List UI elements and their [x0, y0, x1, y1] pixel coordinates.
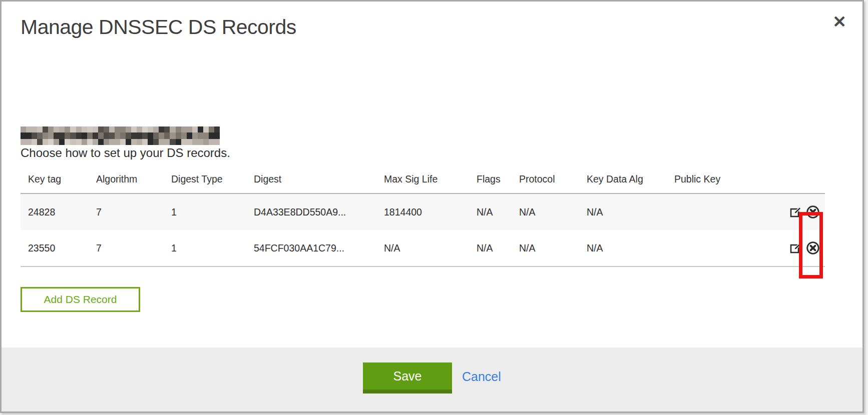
- redaction-pixel: [126, 126, 131, 132]
- redaction-pixel: [192, 139, 198, 145]
- redaction-pixel: [131, 139, 137, 145]
- redaction-pixel: [176, 132, 181, 138]
- redaction-pixel: [148, 126, 153, 132]
- redaction-pixel: [76, 139, 82, 145]
- redaction-pixel: [209, 132, 214, 138]
- setup-instruction-text: Choose how to set up your DS records.: [21, 146, 230, 160]
- redaction-pixel: [104, 139, 109, 145]
- redaction-pixel: [153, 132, 159, 138]
- add-ds-record-button[interactable]: Add DS Record: [21, 287, 140, 312]
- redaction-pixel: [82, 126, 87, 132]
- redaction-pixel: [32, 139, 37, 145]
- redaction-pixel: [164, 139, 170, 145]
- redaction-pixel: [37, 126, 43, 132]
- redaction-pixel: [82, 132, 87, 138]
- redaction-pixel: [21, 126, 26, 132]
- redaction-pixel: [187, 126, 192, 132]
- cell-key-tag: 23550: [21, 230, 89, 266]
- redaction-pixel: [198, 126, 203, 132]
- redaction-pixel: [148, 132, 153, 138]
- redaction-pixel: [214, 139, 220, 145]
- redaction-pixel: [65, 139, 70, 145]
- delete-record-icon[interactable]: [806, 205, 820, 219]
- column-header-digest-type: Digest Type: [164, 166, 246, 194]
- column-header-flags: Flags: [469, 166, 512, 194]
- redaction-pixel: [126, 139, 131, 145]
- redaction-pixel: [54, 132, 59, 138]
- dialog-footer: Save Cancel: [2, 348, 862, 412]
- redaction-pixel: [43, 139, 48, 145]
- redaction-pixel: [176, 139, 181, 145]
- redaction-pixel: [198, 132, 203, 138]
- redaction-pixel: [209, 126, 214, 132]
- edit-record-icon[interactable]: [789, 206, 802, 218]
- redaction-pixel: [142, 132, 148, 138]
- redaction-pixel: [126, 132, 131, 138]
- redaction-pixel: [70, 132, 76, 138]
- redaction-pixel: [26, 126, 32, 132]
- redaction-pixel: [87, 132, 93, 138]
- table-row: 23550 7 1 54FCF030AA1C79... N/A N/A N/A …: [21, 230, 825, 266]
- redaction-pixel: [82, 139, 87, 145]
- redaction-pixel: [115, 139, 120, 145]
- redaction-pixel: [54, 126, 59, 132]
- cell-flags: N/A: [469, 194, 512, 230]
- redaction-pixel: [54, 139, 59, 145]
- redaction-pixel: [59, 132, 65, 138]
- redaction-pixel: [76, 126, 82, 132]
- edit-record-icon[interactable]: [789, 242, 802, 254]
- ds-records-table: Key tagAlgorithmDigest TypeDigestMax Sig…: [21, 166, 825, 267]
- redaction-pixel: [120, 126, 126, 132]
- redaction-pixel: [32, 126, 37, 132]
- redaction-pixel: [209, 139, 214, 145]
- cell-digest-type: 1: [164, 194, 246, 230]
- redaction-pixel: [32, 132, 37, 138]
- redaction-pixel: [59, 126, 65, 132]
- cell-key-data-alg: N/A: [579, 230, 667, 266]
- cell-algorithm: 7: [89, 230, 164, 266]
- delete-record-icon[interactable]: [806, 241, 820, 255]
- redaction-pixel: [203, 139, 209, 145]
- redaction-pixel: [43, 132, 48, 138]
- cell-digest: 54FCF030AA1C79...: [246, 230, 376, 266]
- redaction-pixel: [170, 139, 175, 145]
- cell-protocol: N/A: [512, 194, 579, 230]
- redaction-pixel: [159, 126, 164, 132]
- redaction-pixel: [48, 126, 54, 132]
- redaction-pixel: [131, 132, 137, 138]
- redaction-pixel: [181, 126, 187, 132]
- redaction-pixel: [153, 126, 159, 132]
- redaction-pixel: [164, 132, 170, 138]
- cell-algorithm: 7: [89, 194, 164, 230]
- redaction-pixel: [109, 139, 115, 145]
- redaction-pixel: [21, 132, 26, 138]
- redaction-pixel: [153, 139, 159, 145]
- redaction-pixel: [187, 139, 192, 145]
- redaction-pixel: [87, 139, 93, 145]
- redaction-pixel: [109, 126, 115, 132]
- dnssec-ds-records-dialog: Manage DNSSEC DS Records ✕ Choose how to…: [0, 0, 864, 413]
- cell-max-sig-life: N/A: [376, 230, 469, 266]
- redaction-pixel: [214, 132, 220, 138]
- column-header-max-sig-life: Max Sig Life: [376, 166, 469, 194]
- redaction-pixel: [48, 132, 54, 138]
- close-icon[interactable]: ✕: [832, 14, 846, 30]
- cell-key-tag: 24828: [21, 194, 89, 230]
- column-header-key-tag: Key tag: [21, 166, 89, 194]
- redaction-pixel: [170, 132, 175, 138]
- column-header-algorithm: Algorithm: [89, 166, 164, 194]
- redaction-pixel: [48, 139, 54, 145]
- redaction-pixel: [76, 132, 82, 138]
- cell-digest-type: 1: [164, 230, 246, 266]
- redaction-pixel: [203, 126, 209, 132]
- cell-max-sig-life: 1814400: [376, 194, 469, 230]
- redaction-pixel: [120, 132, 126, 138]
- table-header-row: Key tagAlgorithmDigest TypeDigestMax Sig…: [21, 166, 825, 194]
- redaction-pixel: [104, 126, 109, 132]
- redaction-pixel: [137, 139, 142, 145]
- cancel-link[interactable]: Cancel: [462, 370, 501, 384]
- redaction-pixel: [159, 139, 164, 145]
- save-button[interactable]: Save: [363, 362, 452, 394]
- redaction-pixel: [142, 139, 148, 145]
- redaction-pixel: [187, 132, 192, 138]
